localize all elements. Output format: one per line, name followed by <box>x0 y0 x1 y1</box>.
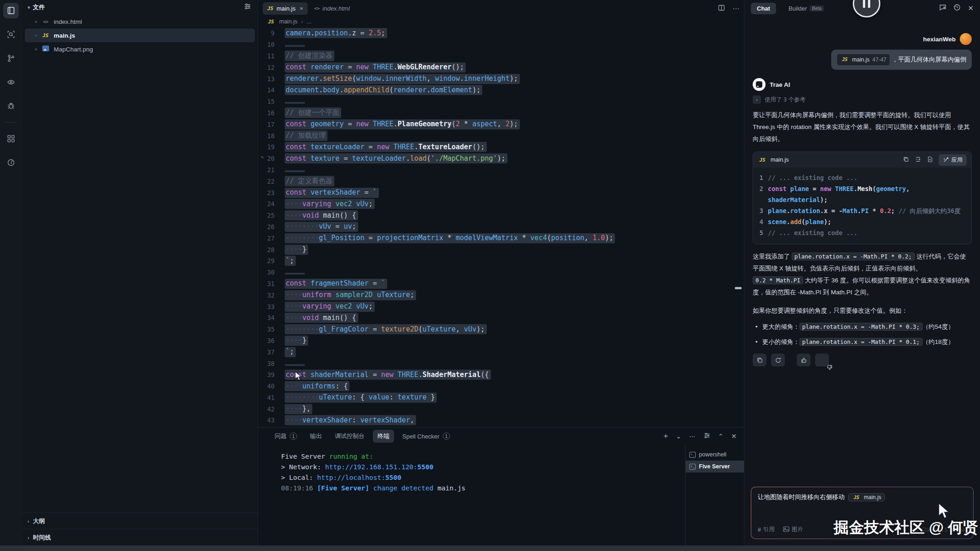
insert-code-icon[interactable] <box>915 156 921 164</box>
editor-scrollbar-thumb[interactable] <box>735 287 742 289</box>
regenerate-icon[interactable] <box>771 354 785 366</box>
code-line-42[interactable]: 42····}, <box>258 403 744 415</box>
code-editor[interactable]: 9camera.position.z = 2.5;1011// 创建渲染器12c… <box>258 28 744 427</box>
code-suggestion-card: JS main.js 应用 1// ... existing co <box>753 152 972 244</box>
code-line-37[interactable]: 37`; <box>258 346 744 358</box>
chevron-down-icon: ▾ <box>28 5 30 11</box>
thumbs-up-icon[interactable] <box>797 354 811 366</box>
references-toggle[interactable]: › 使用了 3 个参考 <box>753 96 972 104</box>
chat-input-text[interactable]: 让地图随着时间推移向右侧移动 <box>758 493 845 501</box>
sidebar-section-时间线[interactable]: ›时间线 <box>22 529 258 545</box>
file-item-MapChart.png[interactable]: MapChart.png <box>25 42 255 56</box>
panel-tab-终端[interactable]: 终端 <box>373 430 394 443</box>
tab-builder[interactable]: Builder Beta <box>783 3 830 14</box>
code-line-38[interactable]: 38 <box>258 358 744 369</box>
sidebar-section-大纲[interactable]: ›大纲 <box>22 512 258 529</box>
code-line-30[interactable]: 30 <box>258 267 744 278</box>
beta-badge: Beta <box>810 6 824 11</box>
code-line-33[interactable]: 33····varying vec2 vUv; <box>258 301 744 312</box>
code-line-22[interactable]: 22// 定义着色器 <box>258 175 744 187</box>
file-item-index.html[interactable]: <>index.html <box>25 15 255 28</box>
close-chat-icon[interactable]: ✕ <box>968 4 974 12</box>
reference-action[interactable]: # 引用 <box>758 526 775 534</box>
code-line-24[interactable]: 24····varying vec2 vUv; <box>258 198 744 210</box>
copy-response-icon[interactable] <box>753 354 766 366</box>
explorer-actions-icon[interactable] <box>244 3 251 12</box>
code-line-39[interactable]: 39const shaderMaterial = new THREE.Shade… <box>258 369 744 381</box>
line-number: 27 <box>258 235 285 242</box>
tab-chat[interactable]: Chat <box>751 3 776 14</box>
code-line-32[interactable]: 32····uniform sampler2D uTexture; <box>258 289 744 301</box>
code-line-25[interactable]: 25····void main() { <box>258 210 744 221</box>
code-line-16[interactable]: 16// 创建一个平面 <box>258 107 744 119</box>
file-item-main.js[interactable]: JSmain.js <box>25 28 255 42</box>
activity-item-preview[interactable] <box>3 74 19 90</box>
code-line-11[interactable]: 11// 创建渲染器 <box>258 51 744 62</box>
terminal-session-powershell[interactable]: >_powershell <box>686 449 744 461</box>
panel-tab-调试控制台[interactable]: 调试控制台 <box>330 430 369 443</box>
code-line-20[interactable]: 20const texture = textureLoader.load('./… <box>258 153 744 164</box>
activity-item-search[interactable] <box>3 27 19 42</box>
code-line-34[interactable]: 34····void main() { <box>258 312 744 324</box>
code-line-29[interactable]: 29`; <box>258 255 744 267</box>
code-line-41[interactable]: 41········uTexture: { value: texture } <box>258 392 744 404</box>
code-line-31[interactable]: 31const fragmentShader = ` <box>258 278 744 290</box>
code-line-40[interactable]: 40····uniforms: { <box>258 381 744 392</box>
code-line-17[interactable]: 17const geometry = new THREE.PlaneGeomet… <box>258 118 744 130</box>
code-line-28[interactable]: 28····} <box>258 244 744 255</box>
code-line-13[interactable]: 13renderer.setSize(window.innerWidth, wi… <box>258 73 744 84</box>
close-tab-icon[interactable]: × <box>299 5 303 12</box>
breadcrumb[interactable]: JS main.js › ... <box>258 16 744 28</box>
explorer-header[interactable]: ▾ 文件 <box>22 0 258 15</box>
editor-more-actions-icon[interactable]: ⋯ <box>732 5 739 13</box>
code-line-19[interactable]: 19const textureLoader = new THREE.Textur… <box>258 141 744 153</box>
code-line-12[interactable]: 12const renderer = new THREE.WebGLRender… <box>258 62 744 73</box>
code-line-26[interactable]: 26········vUv = uv; <box>258 221 744 233</box>
new-chat-icon[interactable] <box>939 4 946 13</box>
js-file-icon: JS <box>267 6 273 11</box>
code-line-14[interactable]: 14document.body.appendChild(renderer.dom… <box>258 84 744 96</box>
history-icon[interactable] <box>953 4 961 13</box>
file-reference-chip[interactable]: JS main.js 47-47 <box>837 54 890 66</box>
terminal-dropdown-icon[interactable]: ⌄ <box>676 433 681 440</box>
code-line-15[interactable]: 15 <box>258 96 744 107</box>
file-reference-chip[interactable]: JS main.js <box>848 493 885 501</box>
copy-code-icon[interactable] <box>903 156 909 164</box>
panel-maximize-icon[interactable]: ⌃ <box>718 433 724 440</box>
code-line-10[interactable]: 10 <box>258 39 744 51</box>
user-avatar[interactable] <box>960 33 972 45</box>
new-file-icon[interactable] <box>927 156 933 164</box>
code-line-43[interactable]: 43····vertexShader: vertexShader, <box>258 415 744 426</box>
code-line-21[interactable]: 21 <box>258 164 744 176</box>
activity-item-marketplace[interactable] <box>3 155 19 170</box>
new-terminal-icon[interactable]: + <box>664 432 668 441</box>
breadcrumb-file[interactable]: main.js <box>279 18 298 25</box>
panel-close-icon[interactable]: ✕ <box>731 433 737 440</box>
code-line-27[interactable]: 27········gl_Position = projectionMatrix… <box>258 232 744 244</box>
breadcrumb-more[interactable]: ... <box>307 18 311 25</box>
activity-item-extensions[interactable] <box>3 131 19 146</box>
editor-tab-index.html[interactable]: <>index.html <box>310 2 355 15</box>
activity-item-explorer[interactable] <box>3 3 19 18</box>
hash-icon: # <box>758 527 761 533</box>
activity-item-debug[interactable] <box>3 98 19 114</box>
panel-tab-Spell Checker[interactable]: Spell Checker1 <box>398 430 455 442</box>
thumbs-down-icon[interactable] <box>815 354 829 366</box>
code-line-18[interactable]: 18// 加载纹理 <box>258 130 744 141</box>
panel-filter-icon[interactable] <box>704 432 710 440</box>
code-card-body[interactable]: 1// ... existing code ...2const plane = … <box>753 168 971 244</box>
panel-tab-输出[interactable]: 输出 <box>305 430 327 443</box>
terminal-session-Five Server[interactable]: >_Five Server <box>686 461 744 472</box>
activity-item-source-control[interactable] <box>3 51 19 66</box>
image-action[interactable]: 图片 <box>783 526 803 534</box>
code-line-35[interactable]: 35········gl_FragColor = texture2D(uText… <box>258 324 744 335</box>
panel-more-icon[interactable]: ⋯ <box>689 433 696 440</box>
terminal-output[interactable]: Five Server running at:> Network: http:/… <box>258 445 685 545</box>
code-line-9[interactable]: 9camera.position.z = 2.5; <box>258 28 744 39</box>
apply-button[interactable]: 应用 <box>939 154 967 166</box>
code-line-23[interactable]: 23const vertexShader = ` <box>258 187 744 198</box>
editor-tab-main.js[interactable]: JSmain.js× <box>263 2 308 15</box>
code-line-36[interactable]: 36····} <box>258 335 744 347</box>
panel-tab-问题[interactable]: 问题1 <box>270 430 302 443</box>
split-editor-icon[interactable] <box>718 4 725 13</box>
